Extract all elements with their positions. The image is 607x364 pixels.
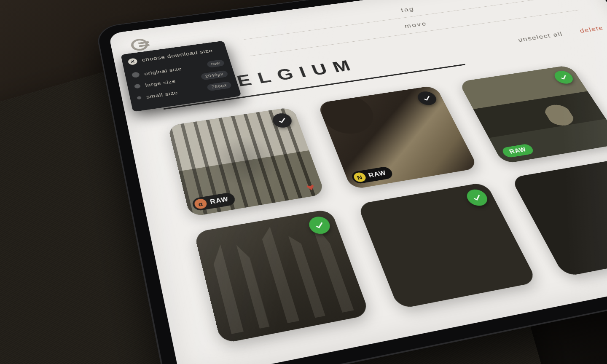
photo-card[interactable]: RAW (459, 65, 607, 164)
photo-thumbnail (168, 107, 325, 217)
tablet-device: tag move unselect all delete TO BELGIUM (95, 0, 607, 364)
photo-thumbnail (194, 209, 370, 344)
raw-label: RAW (209, 196, 229, 206)
tag-action[interactable]: tag (400, 6, 416, 13)
option-tag: 2048px (200, 70, 228, 80)
photo-card[interactable] (194, 209, 370, 344)
close-icon: ✕ (130, 59, 136, 64)
scene-backdrop: tag move unselect all delete TO BELGIUM (0, 0, 607, 364)
photo-thumbnail (317, 86, 478, 190)
radio-icon (134, 84, 141, 89)
camera-chip-icon: N (352, 172, 367, 183)
option-tag: raw (206, 59, 225, 68)
photo-grid: α RAW N RAW (168, 56, 607, 364)
check-icon (313, 220, 326, 230)
close-button[interactable]: ✕ (128, 58, 138, 65)
photo-thumbnail (357, 182, 537, 309)
photo-app: tag move unselect all delete TO BELGIUM (108, 0, 607, 364)
tablet-screen: tag move unselect all delete TO BELGIUM (108, 0, 607, 364)
delete-button[interactable]: delete (578, 25, 605, 34)
camera-chip-icon: α (193, 198, 208, 210)
photo-card[interactable]: α RAW (168, 107, 325, 217)
radio-icon (132, 72, 140, 78)
photo-card[interactable]: N RAW (317, 86, 478, 190)
check-icon (277, 116, 288, 125)
app-logo-icon[interactable] (129, 37, 151, 53)
photo-card[interactable] (357, 182, 537, 309)
move-action[interactable]: move (403, 20, 428, 29)
option-tag: 768px (207, 81, 232, 91)
check-icon (421, 94, 433, 102)
radio-icon (137, 96, 142, 100)
check-icon (558, 73, 570, 81)
svg-rect-2 (139, 44, 149, 47)
check-icon (470, 193, 484, 203)
raw-label: RAW (368, 170, 387, 179)
